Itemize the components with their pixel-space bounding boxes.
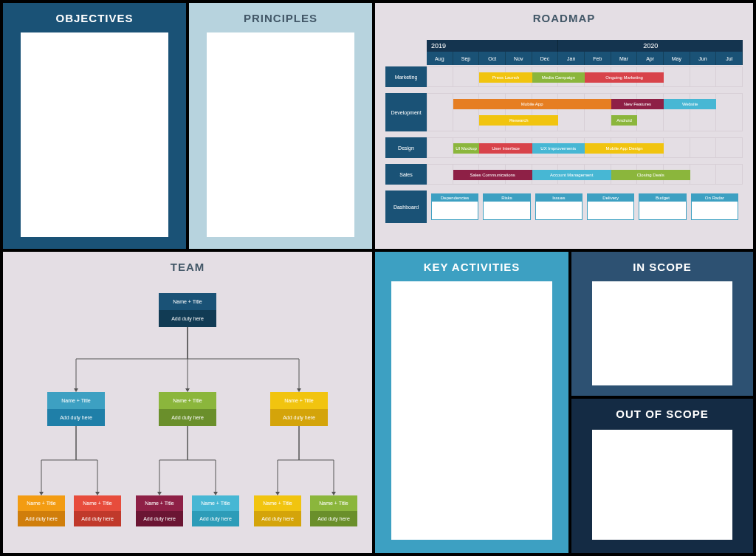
roadmap-month: Jan: [558, 52, 585, 65]
org-node-title: Name + Title: [254, 495, 301, 511]
roadmap-row-label: Sales: [385, 164, 427, 185]
roadmap-bar[interactable]: User Interface: [479, 143, 532, 154]
org-node[interactable]: Name + TitleAdd duty here: [310, 495, 357, 526]
roadmap-bar[interactable]: Account Management: [532, 170, 611, 180]
roadmap-bar[interactable]: Research: [479, 115, 558, 126]
org-node-title: Name + Title: [18, 495, 65, 511]
roadmap-bar[interactable]: Press Launch: [479, 72, 532, 83]
roadmap-month: Dec: [532, 52, 559, 65]
panel-team: TEAM Name + TitleAdd duty hereName + Tit…: [3, 252, 372, 553]
org-node-duty: Add duty here: [270, 409, 328, 426]
dashboard-track: DependenciesRisksIssuesDeliveryBudgetOn …: [427, 191, 743, 223]
org-node-title: Name + Title: [47, 392, 105, 409]
org-node-duty: Add duty here: [192, 511, 239, 526]
dashboard-card-title: Risks: [484, 194, 529, 202]
roadmap-row-design: Design UI MockupUser InterfaceUX Improve…: [385, 136, 743, 158]
dashboard-card-title: Issues: [536, 194, 582, 202]
org-node[interactable]: Name + TitleAdd duty here: [74, 495, 121, 526]
org-node-title: Name + Title: [74, 495, 121, 511]
roadmap-row-sales: Sales Sales CommunicationsAccount Manage…: [385, 162, 743, 185]
roadmap-bar[interactable]: Android: [611, 115, 638, 126]
dashboard-card-title: Dependencies: [432, 194, 478, 202]
panel-key-activities: KEY ACTIVITIES: [375, 252, 568, 553]
panel-title-in-scope: IN SCOPE: [571, 252, 753, 273]
dashboard-card[interactable]: Risks: [483, 193, 530, 220]
panel-roadmap: ROADMAP 2019 2020 Aug Sep Oct Nov Dec Ja…: [375, 3, 753, 249]
roadmap-bar[interactable]: Media Campaign: [532, 72, 585, 83]
roadmap-year-2020: 2020: [558, 40, 743, 52]
roadmap-month: Nov: [506, 52, 532, 65]
roadmap-track: Press LaunchMedia CampaignOngoing Market…: [427, 66, 743, 87]
roadmap-month: Mar: [611, 52, 638, 65]
roadmap-bar[interactable]: New Features: [611, 99, 664, 109]
org-node-duty: Add duty here: [18, 511, 65, 526]
panel-title-key-activities: KEY ACTIVITIES: [375, 252, 568, 273]
roadmap-track: UI MockupUser InterfaceUX ImprovementsMo…: [427, 137, 743, 158]
roadmap-track: Mobile AppNew FeaturesWebsiteResearchAnd…: [427, 93, 743, 131]
org-node[interactable]: Name + TitleAdd duty here: [159, 392, 216, 426]
roadmap-row-label: Design: [385, 137, 427, 158]
dashboard-card[interactable]: Budget: [639, 193, 686, 220]
org-node-title: Name + Title: [159, 293, 216, 310]
panel-in-scope: IN SCOPE: [571, 252, 753, 396]
roadmap-bar[interactable]: Sales Communications: [453, 170, 532, 180]
org-node[interactable]: Name + TitleAdd duty here: [159, 293, 216, 327]
org-node-duty: Add duty here: [47, 409, 105, 426]
org-node-duty: Add duty here: [136, 511, 183, 526]
dashboard-card-body: [432, 202, 478, 219]
roadmap-bar[interactable]: UX Improvements: [532, 143, 585, 154]
dashboard-card-title: On Radar: [692, 194, 738, 202]
org-node[interactable]: Name + TitleAdd duty here: [47, 392, 105, 426]
roadmap-bar[interactable]: Mobile App Design: [585, 143, 664, 154]
roadmap-row-label: Dashboard: [385, 191, 427, 223]
roadmap-bar[interactable]: Mobile App: [453, 99, 611, 109]
roadmap-month: Aug: [427, 52, 453, 65]
panel-objectives: OBJECTIVES: [3, 3, 186, 249]
org-node-duty: Add duty here: [159, 310, 216, 327]
org-node-duty: Add duty here: [74, 511, 121, 526]
roadmap-month: Sep: [453, 52, 480, 65]
out-of-scope-content[interactable]: [592, 430, 732, 540]
panel-title-principles: PRINCIPLES: [189, 3, 372, 24]
roadmap-bar[interactable]: Ongoing Marketing: [585, 72, 664, 83]
dashboard-card[interactable]: Delivery: [587, 193, 634, 220]
panel-out-of-scope: OUT OF SCOPE: [571, 399, 753, 553]
roadmap-bar[interactable]: Website: [664, 99, 716, 109]
dashboard-card-title: Budget: [639, 194, 685, 202]
roadmap-month: Feb: [585, 52, 611, 65]
panel-title-roadmap: ROADMAP: [375, 3, 753, 24]
dashboard-card-title: Delivery: [588, 194, 633, 202]
in-scope-content[interactable]: [592, 281, 732, 385]
org-node-duty: Add duty here: [254, 511, 301, 526]
org-node[interactable]: Name + TitleAdd duty here: [270, 392, 328, 426]
dashboard-card-body: [484, 202, 529, 219]
roadmap-month: Jun: [690, 52, 717, 65]
dashboard-card[interactable]: Issues: [535, 193, 583, 220]
panel-title-team: TEAM: [3, 252, 372, 273]
panel-principles: PRINCIPLES: [189, 3, 372, 249]
roadmap-body: Marketing Press LaunchMedia CampaignOngo…: [385, 65, 743, 244]
roadmap-grid: 2019 2020 Aug Sep Oct Nov Dec Jan Feb Ma…: [385, 40, 743, 244]
roadmap-row-marketing: Marketing Press LaunchMedia CampaignOngo…: [385, 65, 743, 87]
objectives-content[interactable]: [21, 32, 168, 237]
panel-title-out-of-scope: OUT OF SCOPE: [571, 399, 753, 420]
org-node-title: Name + Title: [192, 495, 239, 511]
org-node-title: Name + Title: [136, 495, 183, 511]
org-node[interactable]: Name + TitleAdd duty here: [192, 495, 239, 526]
org-node-duty: Add duty here: [159, 409, 216, 426]
dashboard-card[interactable]: On Radar: [691, 193, 738, 220]
roadmap-month: Jul: [716, 52, 743, 65]
org-node[interactable]: Name + TitleAdd duty here: [136, 495, 183, 526]
roadmap-row-label: Marketing: [385, 66, 427, 87]
org-node-title: Name + Title: [270, 392, 328, 409]
roadmap-bar[interactable]: UI Mockup: [453, 143, 480, 154]
roadmap-bar[interactable]: Closing Deals: [611, 170, 690, 180]
roadmap-row-label: Development: [385, 93, 427, 131]
org-node[interactable]: Name + TitleAdd duty here: [254, 495, 301, 526]
dashboard-card[interactable]: Dependencies: [431, 193, 478, 220]
roadmap-row-dashboard: Dashboard DependenciesRisksIssuesDeliver…: [385, 189, 743, 223]
key-activities-content[interactable]: [391, 281, 552, 540]
org-chart: Name + TitleAdd duty hereName + TitleAdd…: [3, 281, 372, 553]
org-node[interactable]: Name + TitleAdd duty here: [18, 495, 65, 526]
principles-content[interactable]: [207, 32, 354, 237]
